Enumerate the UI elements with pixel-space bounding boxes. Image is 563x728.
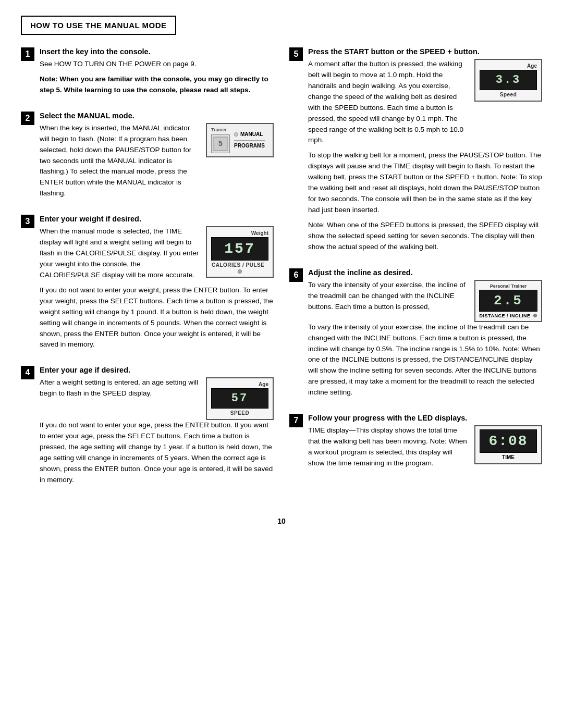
svg-text:5: 5 bbox=[218, 139, 223, 147]
step-5-title: Press the START button or the SPEED + bu… bbox=[308, 47, 542, 56]
time-display-panel: 6:08 TIME bbox=[474, 425, 542, 464]
speed-lcd: 3.3 bbox=[480, 70, 537, 90]
step-5-body1: A moment after the button is pressed, th… bbox=[308, 59, 467, 146]
step-1-number: 1 bbox=[21, 47, 34, 61]
weight-display-panel: Weight 157 CALORIES / PULSE bbox=[206, 226, 274, 278]
speed-top-label: Age bbox=[480, 63, 537, 69]
age-bottom-label: SPEED bbox=[211, 410, 268, 416]
trainer-label: Trainer bbox=[211, 127, 230, 132]
manual-text: MANUAL bbox=[240, 131, 263, 137]
step-6-body2: To vary the intensity of your exercise, … bbox=[308, 322, 542, 398]
step-2: 2 Select the MANUAL mode. When the key i… bbox=[21, 112, 274, 203]
step-5-display: Age 3.3 Speed bbox=[474, 59, 542, 102]
weight-top-label: Weight bbox=[211, 230, 268, 236]
step-3-content: Enter your weight if desired. When the m… bbox=[40, 215, 274, 354]
manual-dot bbox=[234, 132, 238, 137]
step-1-title: Insert the key into the console. bbox=[40, 47, 274, 56]
step-6-display: Personal Trainer 2.5 DISTANCE / INCLINE bbox=[474, 280, 542, 322]
step-4-title: Enter your age if desired. bbox=[40, 366, 274, 374]
step-5-body2: To stop the walking belt for a moment, p… bbox=[308, 150, 542, 252]
main-content: 1 Insert the key into the console. See H… bbox=[21, 47, 542, 501]
step-7-display: 6:08 TIME bbox=[474, 425, 542, 464]
incline-display-panel: Personal Trainer 2.5 DISTANCE / INCLINE bbox=[474, 280, 542, 322]
step-3-display: Weight 157 CALORIES / PULSE bbox=[206, 226, 274, 278]
step-7-text: TIME display—This display shows the tota… bbox=[308, 425, 467, 473]
step-2-content: Select the MANUAL mode. When the key is … bbox=[40, 112, 274, 203]
step-7: 7 Follow your progress with the LED disp… bbox=[289, 414, 542, 473]
step-5-inline: A moment after the button is pressed, th… bbox=[308, 59, 542, 150]
manual-indicator: MANUAL bbox=[234, 131, 265, 137]
step-6-p2: To vary the intensity of your exercise, … bbox=[308, 322, 542, 398]
step-1: 1 Insert the key into the console. See H… bbox=[21, 47, 274, 100]
step-3-p2: If you do not want to enter your weight,… bbox=[40, 285, 274, 351]
trainer-icon: 5 bbox=[211, 134, 230, 153]
step-6-content: Adjust the incline as desired. To vary t… bbox=[308, 268, 542, 402]
step-4-figure: After a weight setting is entered, an ag… bbox=[40, 377, 274, 420]
step-1-content: Insert the key into the console. See HOW… bbox=[40, 47, 274, 100]
step-3-number: 3 bbox=[21, 215, 34, 228]
speed-bottom-label: Speed bbox=[480, 92, 537, 97]
pulse-dot bbox=[238, 269, 242, 274]
time-bottom-label: TIME bbox=[480, 454, 537, 460]
step-7-content: Follow your progress with the LED displa… bbox=[308, 414, 542, 473]
manual-panel-inner: Trainer 5 bbox=[211, 127, 268, 153]
pt-top-label: Personal Trainer bbox=[479, 283, 537, 289]
step-4-body2: If you do not want to enter your age, pr… bbox=[40, 420, 274, 486]
step-6-title: Adjust the incline as desired. bbox=[308, 268, 542, 277]
step-4-p2: If you do not want to enter your age, pr… bbox=[40, 420, 274, 486]
step-3-body: When the manual mode is selected, the TI… bbox=[40, 226, 200, 281]
step-1-p1: See HOW TO TURN ON THE POWER on page 9. bbox=[40, 59, 274, 70]
step-3-body2: If you do not want to enter your weight,… bbox=[40, 285, 274, 351]
step-2-body: When the key is inserted, the MANUAL ind… bbox=[40, 123, 200, 199]
step-3-text: When the manual mode is selected, the TI… bbox=[40, 226, 200, 285]
step-4: 4 Enter your age if desired. After a wei… bbox=[21, 366, 274, 490]
step-4-body1: After a weight setting is entered, an ag… bbox=[40, 377, 200, 399]
step-1-p2: Note: When you are familiar with the con… bbox=[40, 74, 274, 96]
pt-lcd: 2.5 bbox=[479, 290, 537, 312]
step-2-text: When the key is inserted, the MANUAL ind… bbox=[40, 123, 200, 203]
step-6-number: 6 bbox=[289, 268, 303, 282]
step-2-number: 2 bbox=[21, 112, 34, 125]
step-5-content: Press the START button or the SPEED + bu… bbox=[308, 47, 542, 257]
step-5: 5 Press the START button or the SPEED + … bbox=[289, 47, 542, 257]
step-4-p1: After a weight setting is entered, an ag… bbox=[40, 377, 200, 399]
step-5-p1: A moment after the button is pressed, th… bbox=[308, 59, 467, 146]
manual-display-panel: Trainer 5 bbox=[206, 123, 274, 157]
weight-lcd: 157 bbox=[211, 237, 268, 261]
page-number: 10 bbox=[21, 517, 542, 525]
step-2-title: Select the MANUAL mode. bbox=[40, 112, 274, 120]
step-1-body: See HOW TO TURN ON THE POWER on page 9. … bbox=[40, 59, 274, 96]
step-6-figure: To vary the intensity of your exercise, … bbox=[308, 280, 542, 322]
step-4-number: 4 bbox=[21, 366, 34, 379]
step-5-p3: Note: When one of the SPEED buttons is p… bbox=[308, 220, 542, 253]
header-title: HOW TO USE THE MANUAL MODE bbox=[30, 21, 167, 30]
step-4-display: Age 57 SPEED bbox=[206, 377, 274, 420]
step-6-text: To vary the intensity of your exercise, … bbox=[308, 280, 468, 317]
step-4-content: Enter your age if desired. After a weigh… bbox=[40, 366, 274, 490]
right-column: 5 Press the START button or the SPEED + … bbox=[289, 47, 542, 501]
step-6-p1: To vary the intensity of your exercise, … bbox=[308, 280, 468, 313]
pt-bottom-label: DISTANCE / INCLINE bbox=[479, 313, 537, 318]
step-5-number: 5 bbox=[289, 47, 303, 61]
manual-right: MANUAL PROGRAMS bbox=[234, 131, 265, 149]
step-7-number: 7 bbox=[289, 414, 303, 427]
step-7-p1: TIME display—This display shows the tota… bbox=[308, 425, 467, 469]
step-2-figure: When the key is inserted, the MANUAL ind… bbox=[40, 123, 274, 203]
step-5-p2: To stop the walking belt for a moment, p… bbox=[308, 150, 542, 216]
speed-display-panel: Age 3.3 Speed bbox=[474, 59, 542, 102]
age-display-panel: Age 57 SPEED bbox=[206, 377, 274, 420]
incline-dot bbox=[533, 314, 537, 317]
manual-left: Trainer 5 bbox=[211, 127, 230, 153]
age-lcd: 57 bbox=[211, 388, 268, 409]
programs-label: PROGRAMS bbox=[234, 140, 265, 149]
step-6: 6 Adjust the incline as desired. To vary… bbox=[289, 268, 542, 402]
left-column: 1 Insert the key into the console. See H… bbox=[21, 47, 274, 501]
step-5-text: A moment after the button is pressed, th… bbox=[308, 59, 467, 150]
age-top-label: Age bbox=[211, 381, 268, 387]
header-box: HOW TO USE THE MANUAL MODE bbox=[21, 16, 176, 35]
time-lcd: 6:08 bbox=[480, 429, 537, 453]
step-6-body: To vary the intensity of your exercise, … bbox=[308, 280, 468, 313]
step-4-text: After a weight setting is entered, an ag… bbox=[40, 377, 200, 403]
step-2-p1: When the key is inserted, the MANUAL ind… bbox=[40, 123, 200, 199]
step-2-panel: Trainer 5 bbox=[206, 123, 274, 157]
